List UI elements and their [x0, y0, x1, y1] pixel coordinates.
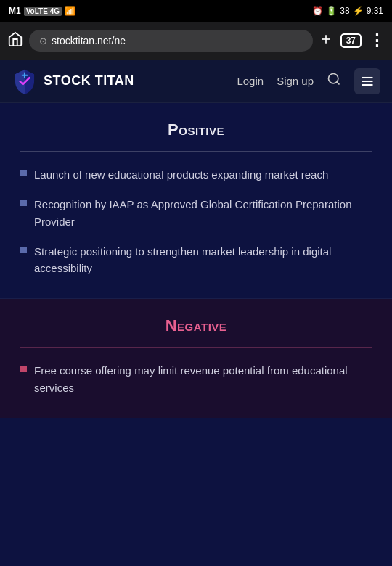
list-item: Launch of new educational products expan… [20, 166, 372, 183]
status-bar: M1 VoLTE 4G 📶 ⏰ 🔋 38 ⚡ 9:31 [0, 0, 392, 22]
bullet-text: Launch of new educational products expan… [34, 166, 328, 183]
logo-text: STOCK TITAN [44, 73, 134, 89]
bullet-marker [20, 366, 27, 372]
search-icon[interactable] [327, 72, 341, 90]
navbar-logo: STOCK TITAN [12, 68, 237, 94]
status-right: ⏰ 🔋 38 ⚡ 9:31 [312, 6, 383, 16]
positive-divider [20, 151, 372, 152]
login-link[interactable]: Login [237, 75, 264, 87]
alarm-icon: ⏰ [312, 6, 323, 16]
navbar: STOCK TITAN Login Sign up [0, 60, 392, 103]
add-tab-button[interactable] [319, 32, 333, 50]
home-button[interactable] [7, 31, 23, 51]
battery-icon: 🔋 [326, 6, 337, 16]
browser-chrome: ⊙ stocktitan.net/ne 37 ⋮ [0, 22, 392, 60]
address-bar[interactable]: ⊙ stocktitan.net/ne [29, 30, 313, 52]
negative-section: Negative Free course offering may limit … [0, 299, 392, 418]
tab-count[interactable]: 37 [340, 33, 362, 48]
negative-divider [20, 347, 372, 348]
positive-bullet-list: Launch of new educational products expan… [20, 166, 372, 276]
svg-line-3 [337, 82, 340, 85]
carrier-text: M1 [9, 6, 21, 16]
content-area: Positive Launch of new educational produ… [0, 103, 392, 566]
bullet-text: Free course offering may limit revenue p… [34, 362, 372, 396]
list-item: Free course offering may limit revenue p… [20, 362, 372, 396]
url-text: stocktitan.net/ne [52, 35, 126, 46]
list-item: Recognition by IAAP as Approved Global C… [20, 196, 372, 230]
site-icon: ⊙ [39, 36, 47, 46]
signup-link[interactable]: Sign up [277, 75, 314, 87]
volte-badge: VoLTE 4G [24, 7, 62, 16]
list-item: Strategic positioning to strengthen mark… [20, 243, 372, 277]
bullet-marker [20, 247, 27, 253]
bullet-text: Recognition by IAAP as Approved Global C… [34, 196, 372, 230]
charging-icon: ⚡ [353, 6, 364, 16]
battery-level: 38 [340, 6, 349, 16]
browser-actions: 37 ⋮ [319, 31, 385, 50]
positive-title: Positive [20, 120, 372, 139]
negative-bullet-list: Free course offering may limit revenue p… [20, 362, 372, 396]
bullet-marker [20, 170, 27, 176]
more-button[interactable]: ⋮ [369, 31, 385, 50]
bullet-text: Strategic positioning to strengthen mark… [34, 243, 372, 277]
svg-point-2 [329, 74, 338, 83]
menu-icon[interactable] [354, 68, 380, 94]
status-carrier: M1 VoLTE 4G 📶 [9, 6, 75, 16]
positive-section: Positive Launch of new educational produ… [0, 103, 392, 299]
navbar-links: Login Sign up [237, 68, 380, 94]
signal-icon: 📶 [65, 6, 75, 16]
negative-title: Negative [20, 316, 372, 335]
bullet-marker [20, 200, 27, 206]
logo-icon [12, 68, 38, 94]
clock: 9:31 [367, 6, 383, 16]
